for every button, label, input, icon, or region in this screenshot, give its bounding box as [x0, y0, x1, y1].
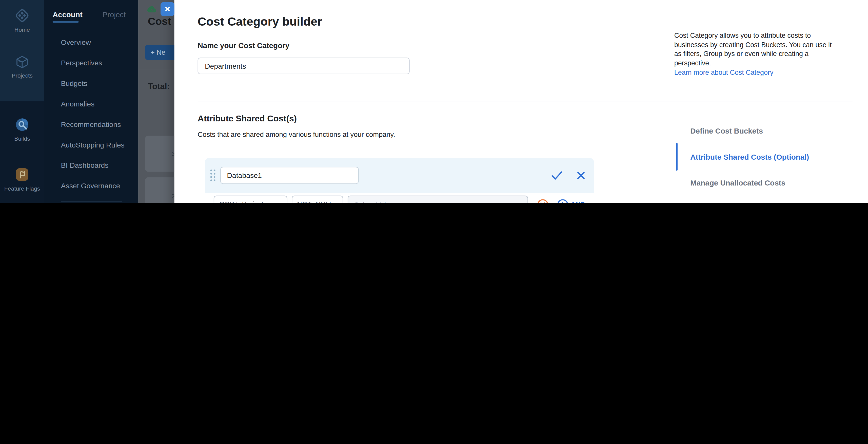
sidebar-item-label: Feature Flags — [4, 185, 40, 191]
sidebar-item-projects[interactable]: Projects — [0, 54, 44, 79]
learn-more-link[interactable]: Learn more about Cost Category — [674, 68, 840, 77]
name-cost-category-label: Name your Cost Category — [197, 41, 289, 50]
total-label: Total: — [148, 81, 170, 91]
delete-bucket-x-icon[interactable] — [577, 171, 585, 180]
dimension-select[interactable]: GCP > Project — [214, 196, 287, 203]
sidebar-item-home[interactable]: Home — [0, 7, 44, 33]
app-viewport: Home Projects Builds Feature Flags — [0, 0, 868, 203]
nav-divider — [61, 201, 122, 202]
active-tab-underline — [53, 21, 79, 23]
confirm-check-icon[interactable] — [551, 171, 562, 180]
cost-category-name-input[interactable] — [197, 58, 409, 74]
step-attribute-shared-costs[interactable]: Attribute Shared Costs (Optional) — [690, 153, 809, 161]
harness-home-icon — [14, 7, 31, 24]
sidebar-item-perspectives[interactable]: Perspectives — [61, 59, 102, 67]
cloud-icon: $ — [147, 6, 157, 13]
shared-bucket-body: GCP > Project NOT_NULL — [205, 193, 594, 203]
bucket-name-input[interactable] — [220, 167, 359, 184]
sidebar-item-label: Projects — [12, 72, 33, 79]
cost-category-builder-drawer: ✕ Cost Category builder Name your Cost C… — [175, 0, 868, 203]
step-define-cost-buckets[interactable]: Define Cost Buckets — [690, 127, 763, 135]
tab-project[interactable]: Project — [102, 11, 126, 19]
active-step-indicator — [676, 143, 678, 171]
background-page-dimmed: $ Cost + Ne Total: > > > > > > > — [138, 0, 175, 203]
about-text: Cost Category allows you to attribute co… — [674, 31, 840, 67]
close-icon: ✕ — [164, 5, 170, 13]
attribute-shared-costs-heading: Attribute Shared Cost(s) — [197, 114, 297, 123]
sidebar-item-recommendations[interactable]: Recommendations — [61, 120, 121, 128]
attribute-shared-costs-description: Costs that are shared among various func… — [197, 131, 395, 139]
sidebar-item-autostopping[interactable]: AutoStopping Rules — [61, 141, 124, 149]
sidebar-item-overview[interactable]: Overview — [61, 38, 91, 47]
sidebar-item-builds[interactable]: Builds — [0, 116, 44, 142]
values-input[interactable] — [347, 196, 528, 203]
close-drawer-button[interactable]: ✕ — [160, 2, 175, 16]
flag-icon — [14, 166, 31, 183]
cube-icon — [14, 54, 30, 70]
cost-category-about: Cost Category allows you to attribute co… — [674, 31, 840, 77]
circle-x-icon — [537, 199, 549, 203]
operator-value: NOT_NULL — [297, 201, 333, 203]
new-cost-category-button[interactable]: + Ne — [145, 45, 175, 60]
and-label: AND — [571, 201, 585, 203]
table-row[interactable]: > — [145, 177, 175, 203]
rule-row: GCP > Project NOT_NULL — [214, 196, 585, 203]
background-divider — [138, 69, 175, 69]
sidebar-item-anomalies[interactable]: Anomalies — [61, 100, 94, 108]
background-page-title: Cost — [148, 16, 171, 28]
sidebar-item-asset-governance[interactable]: Asset Governance — [61, 182, 120, 190]
drag-handle-icon[interactable] — [210, 170, 215, 181]
table-row[interactable]: > — [145, 136, 175, 172]
step-manage-unallocated-costs[interactable]: Manage Unallocated Costs — [690, 179, 785, 187]
page-title: Cost Category builder — [197, 15, 322, 29]
section-divider — [197, 101, 852, 101]
remove-rule-button[interactable] — [537, 199, 549, 203]
shared-bucket-card: GCP > Project NOT_NULL — [205, 158, 594, 203]
sidebar-item-feature-flags[interactable]: Feature Flags — [0, 166, 44, 192]
sidebar-item-bi-dashboards[interactable]: BI Dashboards — [61, 161, 108, 170]
cloud-costs-sidebar: Account Project Overview Perspectives Bu… — [44, 0, 138, 203]
svg-text:$: $ — [151, 8, 153, 12]
sidebar-item-budgets[interactable]: Budgets — [61, 79, 87, 88]
sidebar-item-label: Builds — [14, 135, 30, 142]
shared-bucket-header — [205, 158, 594, 193]
dimension-value: GCP > Project — [219, 201, 264, 203]
tab-account[interactable]: Account — [53, 11, 83, 19]
builds-icon — [14, 116, 31, 133]
sidebar-item-label: Home — [14, 26, 30, 33]
add-and-condition-button[interactable]: AND — [557, 199, 585, 203]
operator-select[interactable]: NOT_NULL — [291, 196, 343, 203]
circle-plus-icon — [557, 199, 568, 203]
module-rail: Home Projects Builds Feature Flags — [0, 0, 44, 203]
